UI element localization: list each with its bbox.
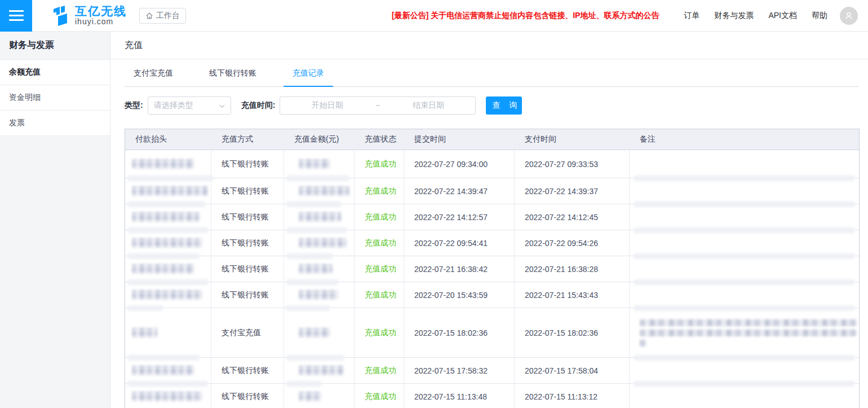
status-badge: 充值成功 — [365, 212, 396, 222]
redacted-amount-text — [299, 366, 344, 375]
sidebar-item-fund-details[interactable]: 资金明细 — [0, 85, 110, 111]
cell-payer-redacted — [125, 150, 211, 178]
cell-submit-time: 2022-07-15 18:02:36 — [404, 308, 515, 357]
type-select[interactable]: 请选择类型 — [148, 96, 231, 115]
top-nav: 订单 财务与发票 API文档 帮助 — [669, 11, 827, 21]
tab-alipay-recharge[interactable]: 支付宝充值 — [125, 59, 182, 87]
cell-payer-redacted — [125, 308, 211, 357]
redaction-blur — [286, 253, 333, 259]
cell-amount-redacted — [284, 384, 355, 408]
redacted-amount-text — [299, 264, 333, 274]
column-header-status: 充值状态 — [355, 129, 404, 150]
cell-pay-time: 2022-07-22 09:54:26 — [515, 230, 630, 256]
filter-bar: 类型: 请选择类型 充值时间: 开始日期 ~ 结束日期 查 询 — [125, 96, 868, 115]
redacted-amount-text — [299, 392, 321, 401]
cell-pay-time: 2022-07-15 17:58:04 — [515, 358, 630, 383]
cell-payer-redacted — [125, 282, 211, 308]
column-header-remark: 备注 — [630, 129, 859, 150]
type-filter-label: 类型: — [125, 100, 143, 111]
cell-payer-redacted — [125, 358, 211, 383]
cell-payer-redacted — [125, 384, 211, 408]
redacted-remark-text — [640, 317, 857, 349]
cell-submit-time: 2022-07-15 17:58:32 — [404, 358, 515, 383]
redacted-amount-text — [299, 159, 330, 169]
redaction-blur — [634, 176, 854, 181]
status-badge: 充值成功 — [365, 186, 396, 196]
cell-payer-redacted — [125, 256, 211, 282]
nav-item-help[interactable]: 帮助 — [812, 11, 827, 21]
cell-pay-time: 2022-07-22 14:39:37 — [515, 178, 630, 204]
logo-icon — [51, 5, 70, 27]
cell-recharge-method: 线下银行转账 — [211, 282, 284, 308]
redaction-blur — [634, 253, 854, 259]
cell-remark — [630, 358, 859, 383]
date-range-input[interactable]: 开始日期 ~ 结束日期 — [280, 96, 476, 115]
redacted-amount-text — [299, 238, 347, 248]
top-header: 互亿无线 ihuyi.com 工作台 [最新公告] 关于电信运营商禁止短信内容包… — [0, 0, 868, 32]
cell-payer-redacted — [125, 204, 211, 230]
cell-submit-time: 2022-07-15 11:13:48 — [404, 384, 515, 408]
redacted-payer-text — [132, 212, 200, 222]
cell-pay-time: 2022-07-21 16:38:28 — [515, 256, 630, 282]
cell-remark — [630, 150, 859, 178]
redaction-blur — [127, 381, 208, 387]
brand-logo[interactable]: 互亿无线 ihuyi.com — [51, 5, 127, 27]
start-date-placeholder[interactable]: 开始日期 — [280, 100, 374, 111]
hamburger-menu-button[interactable] — [0, 0, 32, 32]
redacted-payer-text — [132, 238, 202, 248]
search-button[interactable]: 查 询 — [486, 96, 522, 115]
nav-item-finance[interactable]: 财务与发票 — [714, 11, 754, 21]
cell-recharge-method: 线下银行转账 — [211, 150, 284, 178]
redacted-amount-text — [299, 212, 341, 222]
cell-payer-redacted — [125, 230, 211, 256]
table-row: 线下银行转账 充值成功 2022-07-21 16:38:42 2022-07-… — [125, 256, 859, 282]
cell-recharge-method: 线下银行转账 — [211, 384, 284, 408]
user-avatar[interactable] — [840, 7, 858, 25]
table-row: 线下银行转账 充值成功 2022-07-20 15:43:59 2022-07-… — [125, 282, 859, 308]
redacted-payer-text — [132, 186, 208, 196]
workspace-button[interactable]: 工作台 — [139, 8, 186, 24]
cell-status: 充值成功 — [355, 256, 404, 282]
sidebar-item-balance-recharge[interactable]: 余额充值 — [0, 60, 110, 85]
redaction-blur — [286, 381, 321, 387]
sidebar-item-invoice[interactable]: 发票 — [0, 111, 110, 136]
redacted-payer-text — [132, 159, 194, 169]
redaction-blur — [127, 305, 163, 311]
status-badge: 充值成功 — [365, 392, 396, 402]
cell-recharge-method: 线下银行转账 — [211, 230, 284, 256]
status-badge: 充值成功 — [365, 264, 396, 274]
status-badge: 充值成功 — [365, 328, 396, 338]
cell-pay-time: 2022-07-21 15:43:43 — [515, 282, 630, 308]
cell-remark — [630, 308, 859, 357]
end-date-placeholder[interactable]: 结束日期 — [381, 100, 475, 111]
redaction-blur — [286, 201, 341, 207]
status-badge: 充值成功 — [365, 366, 396, 376]
column-header-amount: 充值金额(元) — [284, 129, 355, 150]
tab-offline-bank-transfer[interactable]: 线下银行转账 — [200, 59, 265, 87]
workspace-label: 工作台 — [156, 11, 180, 21]
column-header-pay-time: 支付时间 — [515, 129, 630, 150]
cell-status: 充值成功 — [355, 384, 404, 408]
tab-recharge-records[interactable]: 充值记录 — [284, 59, 333, 87]
date-separator: ~ — [374, 101, 381, 110]
redacted-amount-text — [299, 186, 349, 196]
column-header-method: 充值方式 — [211, 129, 284, 150]
redacted-payer-text — [132, 328, 157, 337]
table-body: 线下银行转账 充值成功 2022-07-27 09:34:00 2022-07-… — [125, 150, 859, 408]
announcement-link[interactable]: [最新公告] 关于电信运营商禁止短信内容包含链接、IP地址、联系方式的公告 — [392, 11, 659, 21]
cell-status: 充值成功 — [355, 358, 404, 383]
nav-item-api-docs[interactable]: API文档 — [768, 11, 797, 21]
logo-domain: ihuyi.com — [75, 17, 127, 26]
cell-remark — [630, 230, 859, 256]
table-row: 线下银行转账 充值成功 2022-07-15 11:13:48 2022-07-… — [125, 384, 859, 408]
cell-submit-time: 2022-07-20 15:43:59 — [404, 282, 515, 308]
sidebar: 财务与发票 余额充值 资金明细 发票 — [0, 32, 110, 408]
cell-amount-redacted — [284, 204, 355, 230]
nav-item-orders[interactable]: 订单 — [684, 11, 699, 21]
cell-amount-redacted — [284, 230, 355, 256]
redaction-blur — [127, 201, 205, 207]
redacted-amount-text — [299, 328, 330, 337]
table-row: 线下银行转账 充值成功 2022-07-22 14:39:47 2022-07-… — [125, 178, 859, 204]
time-filter-label: 充值时间: — [241, 100, 276, 111]
cell-amount-redacted — [284, 256, 355, 282]
